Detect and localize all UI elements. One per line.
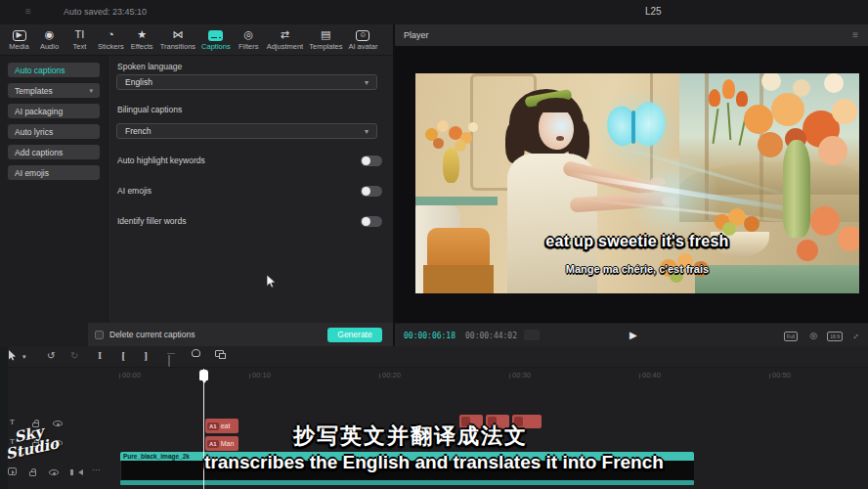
delete-captions-checkbox[interactable] [95,331,104,339]
video-still: eat up sweetie it's fresh Mange ma chéri… [415,73,859,293]
timeline-ruler[interactable]: 00:00 00:10 00:20 00:30 00:40 00:50 [0,368,868,383]
focus-icon[interactable]: ◎ [809,331,817,340]
ribbon-label: Effects [131,42,153,51]
sidebar-item-label: Auto captions [15,66,65,75]
bilingual-captions-select[interactable]: French [116,123,377,139]
video-caption-primary: eat up sweetie it's fresh [415,233,859,250]
sidebar-item-label: Templates [15,86,53,96]
select-tool-icon[interactable] [8,350,17,363]
ribbon-item-text[interactable]: TIText [65,28,95,51]
auto-captions-panel: Spoken language English Bilingual captio… [108,56,393,323]
flower [832,99,857,124]
flower [810,206,840,236]
split-icon[interactable]: I [98,351,102,361]
ribbon-label: Filters [239,42,258,51]
ribbon-item-templates[interactable]: ▤Templates [306,28,345,51]
ai-avatar-icon: ☺ [356,30,369,41]
ribbon-item-filters[interactable]: ◎Filters [234,28,264,51]
player-menu-icon[interactable]: ≡ [852,29,858,40]
effects-icon: ★ [137,28,147,41]
ribbon-item-effects[interactable]: ★Effects [127,28,157,51]
aspect-ratio-button[interactable]: 16:9 [827,332,843,341]
overlay-icon[interactable] [215,350,224,357]
flower [758,132,783,157]
redo-icon[interactable]: ↻ [70,350,78,361]
ribbon-item-ai-avatar[interactable]: ☺AI avatar [345,29,380,51]
ribbon-label: Text [73,42,87,51]
audio-icon: ◉ [45,28,55,41]
sidebar-item-ai-emojis[interactable]: AI emojis [8,165,100,180]
flower [744,105,773,134]
sidebar-item-templates[interactable]: Templates▾ [8,83,100,98]
current-timecode[interactable]: 00:00:06:18 [404,332,456,340]
ribbon-item-adjustment[interactable]: ⇄Adjustment [264,28,307,51]
ruler-label: 00:00 [119,371,141,379]
generate-button[interactable]: Generate [327,328,382,342]
flower [771,93,804,126]
sidebar-item-label: Add captions [15,148,63,157]
green-vase [783,140,810,238]
ribbon-label: Stickers [98,42,124,51]
filters-icon: ◎ [243,28,253,41]
project-title: L25 [645,6,662,17]
player-title: Player [404,30,429,40]
text-icon: TI [75,28,85,41]
player-header: Player ≡ [395,24,868,46]
select-tool-chevron-icon[interactable]: ▾ [22,353,26,361]
ribbon-item-transitions[interactable]: ⋈Transitions [157,28,198,51]
trim-left-icon[interactable]: [ [121,351,125,361]
ribbon-label: Transitions [160,42,195,51]
app-menu-icon[interactable]: ≡ [25,6,31,17]
sidebar-item-label: Auto lyrics [15,127,53,137]
ribbon-item-media[interactable]: ▶Media [4,29,34,51]
sidebar-item-auto-captions[interactable]: Auto captions [8,63,100,77]
flower [818,136,847,165]
cursor-arrow [8,350,17,361]
duration-timecode: 00:00:44:02 [465,332,517,340]
ai-emojis-toggle[interactable] [361,186,382,197]
tulip [736,91,748,107]
captions-action-bar: Delete current captions Generate [88,323,393,346]
expand-icon[interactable]: ↔ [850,331,859,340]
fruit [744,216,760,232]
timecode-options[interactable] [524,330,540,340]
trim-right-icon[interactable]: ] [144,351,148,361]
flower [468,122,478,132]
bouquet-left [425,118,482,156]
mouse-cursor [266,275,278,289]
sidebar-item-label: AI emojis [15,168,49,178]
ribbon-item-captions[interactable]: Captions [198,29,234,51]
sidebar-item-auto-lyrics[interactable]: Auto lyrics [8,124,100,139]
woman-mouth [556,136,564,141]
spoken-language-label: Spoken language [117,62,182,71]
undo-icon[interactable]: ↺ [47,350,55,361]
audio-strip[interactable] [120,480,694,485]
video-caption-secondary: Mange ma chérie, c'est frais [415,263,859,275]
mask-icon[interactable] [192,349,200,357]
ruler-label: 00:40 [639,371,661,379]
sidebar-item-ai-packaging[interactable]: AI packaging [8,104,100,118]
generate-label: Generate [337,330,371,339]
ribbon-label: Media [9,42,28,51]
spoken-language-select[interactable]: English [116,74,377,90]
play-button[interactable]: ▶ [629,330,637,340]
full-preview-button[interactable]: Full [784,332,798,341]
media-icon: ▶ [13,30,26,41]
auto-highlight-toggle[interactable] [361,156,382,166]
tulip [709,89,720,107]
identify-filler-words-label: Identify filler words [117,216,186,226]
ruler-label: 00:10 [249,371,271,379]
woman-bangs [537,98,576,112]
timeline-toolbar: ▾ ↺ ↻ I [ ] [0,346,868,368]
delete-captions-label: Delete current captions [109,330,195,339]
adjustment-icon: ⇄ [281,28,289,41]
subtitle-chinese: 抄写英文并翻译成法文 [0,422,845,451]
ribbon-item-audio[interactable]: ◉Audio [34,28,65,51]
identify-filler-words-toggle[interactable] [361,216,382,227]
ribbon-item-stickers[interactable]: ◔Stickers [95,28,127,51]
ribbon-label: Captions [201,42,231,51]
ribbon-label: AI avatar [348,42,377,51]
delete-icon[interactable] [168,355,170,367]
sidebar-item-add-captions[interactable]: Add captions [8,145,100,159]
playhead-handle[interactable] [199,370,208,380]
